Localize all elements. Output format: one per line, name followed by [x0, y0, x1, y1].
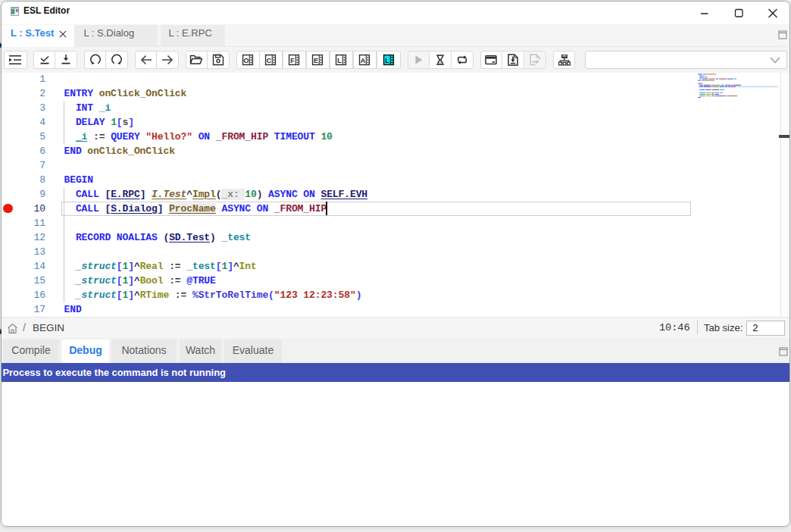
svg-text:C: C [267, 57, 272, 64]
svg-text:A: A [361, 57, 366, 64]
svg-text:F: F [290, 57, 295, 64]
svg-text:E: E [314, 57, 318, 64]
svg-text:L: L [337, 57, 342, 64]
svg-text:L: L [385, 57, 389, 64]
svg-text:O: O [243, 57, 249, 64]
